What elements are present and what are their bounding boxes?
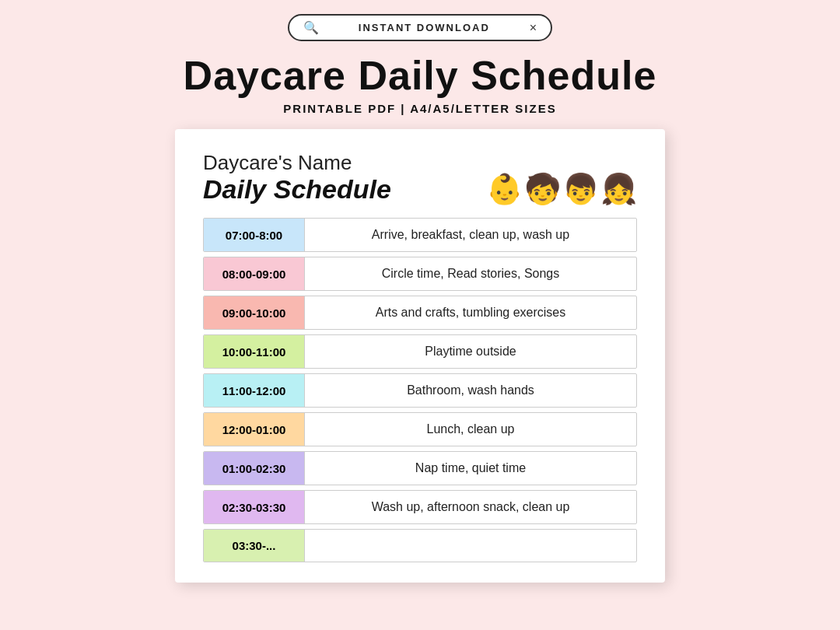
daily-schedule-title: Daily Schedule [203,175,391,204]
search-text: INSTANT DOWNLOAD [327,22,522,33]
table-row: 09:00-10:00Arts and crafts, tumbling exe… [203,296,637,330]
time-cell: 08:00-09:00 [204,257,305,290]
doc-header-left: Daycare's Name Daily Schedule [203,151,391,204]
table-row: 11:00-12:00Bathroom, wash hands [203,373,637,408]
search-icon: 🔍 [303,20,319,35]
schedule-table: 07:00-8:00Arrive, breakfast, clean up, w… [203,218,637,562]
table-row: 07:00-8:00Arrive, breakfast, clean up, w… [203,218,637,252]
table-row: 03:30-... [203,529,637,562]
time-cell: 02:30-03:30 [204,491,305,523]
table-row: 01:00-02:30Nap time, quiet time [203,451,637,485]
close-icon[interactable]: × [530,21,537,35]
time-cell: 01:00-02:30 [204,452,305,485]
children-illustration: 👶 🧒 👦 👧 [486,174,637,204]
activity-cell: Arrive, breakfast, clean up, wash up [305,219,636,251]
boy-icon: 👦 [562,174,599,204]
search-bar[interactable]: 🔍 INSTANT DOWNLOAD × [288,14,552,41]
activity-cell: Wash up, afternoon snack, clean up [305,491,636,523]
time-cell: 03:30-... [204,530,305,562]
document-card: Daycare's Name Daily Schedule 👶 🧒 👦 👧 07… [175,129,665,583]
time-cell: 12:00-01:00 [204,413,305,446]
activity-cell: Arts and crafts, tumbling exercises [305,296,636,329]
daycare-name: Daycare's Name [203,151,391,175]
doc-header-right: 👶 🧒 👦 👧 [486,174,637,204]
activity-cell [305,530,636,562]
time-cell: 09:00-10:00 [204,296,305,329]
time-cell: 11:00-12:00 [204,374,305,407]
page-title: Daycare Daily Schedule [184,52,657,99]
table-row: 10:00-11:00Playtime outside [203,334,637,369]
toddler-icon: 🧒 [524,174,561,204]
activity-cell: Bathroom, wash hands [305,374,636,407]
table-row: 02:30-03:30Wash up, afternoon snack, cle… [203,490,637,524]
baby-icon: 👶 [486,174,523,204]
time-cell: 07:00-8:00 [204,219,305,251]
time-cell: 10:00-11:00 [204,335,305,368]
page-subtitle: PRINTABLE PDF | A4/A5/LETTER SIZES [283,102,556,115]
activity-cell: Circle time, Read stories, Songs [305,257,636,290]
doc-header: Daycare's Name Daily Schedule 👶 🧒 👦 👧 [203,151,637,204]
table-row: 12:00-01:00Lunch, clean up [203,412,637,446]
activity-cell: Playtime outside [305,335,636,368]
table-row: 08:00-09:00Circle time, Read stories, So… [203,257,637,291]
girl-icon: 👧 [600,174,637,204]
activity-cell: Nap time, quiet time [305,452,636,485]
activity-cell: Lunch, clean up [305,413,636,446]
